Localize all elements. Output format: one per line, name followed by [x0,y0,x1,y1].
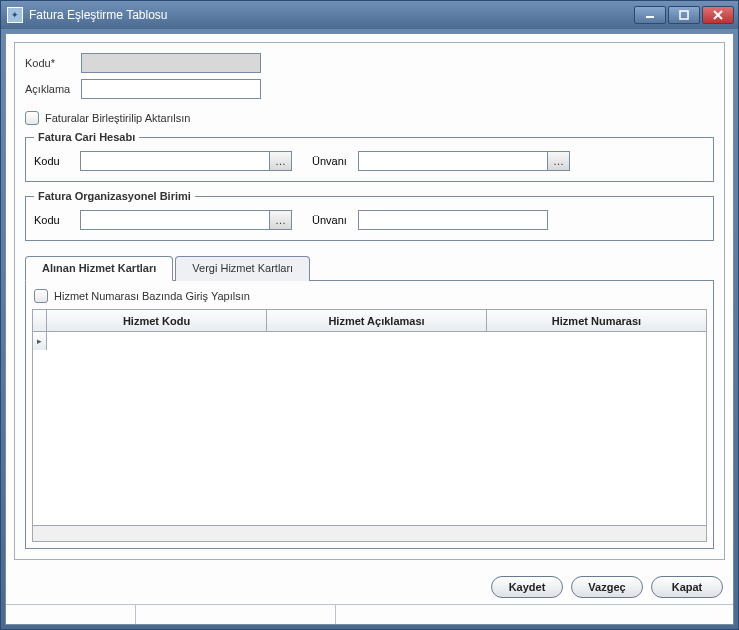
cari-kodu-lookup-button[interactable]: … [270,151,292,171]
window-title: Fatura Eşleştirme Tablosu [29,8,634,22]
grid-header: Hizmet Kodu Hizmet Açıklaması Hizmet Num… [33,310,706,332]
org-unvani-input[interactable] [358,210,548,230]
content-panel: Kodu* Açıklama Faturalar Birleştirilip A… [14,42,725,560]
service-grid[interactable]: Hizmet Kodu Hizmet Açıklaması Hizmet Num… [32,309,707,542]
col-service-code[interactable]: Hizmet Kodu [47,310,267,331]
org-fieldset: Fatura Organizasyonel Birimi Kodu … Ünva… [25,190,714,241]
grid-row-indicator[interactable]: ▸ [33,332,47,350]
tab-strip: Alınan Hizmet Kartları Vergi Hizmet Kart… [25,255,714,280]
aciklama-label: Açıklama [25,83,81,95]
org-unvani-label: Ünvanı [312,214,352,226]
merge-invoices-checkbox[interactable] [25,111,39,125]
tab-received-service-cards[interactable]: Alınan Hizmet Kartları [25,256,173,281]
grid-row-indicator-header [33,310,47,331]
org-kodu-lookup-button[interactable]: … [270,210,292,230]
minimize-button[interactable] [634,6,666,24]
client-area: Kodu* Açıklama Faturalar Birleştirilip A… [5,33,734,625]
tab-body: Hizmet Numarası Bazında Giriş Yapılsın H… [25,280,714,549]
cari-kodu-input[interactable] [80,151,270,171]
ellipsis-icon: … [275,155,286,167]
svg-rect-1 [680,11,688,19]
service-number-entry-checkbox[interactable] [34,289,48,303]
kodu-label: Kodu* [25,57,81,69]
grid-body[interactable]: ▸ [33,332,706,525]
service-number-entry-label: Hizmet Numarası Bazında Giriş Yapılsın [54,290,250,302]
cari-unvani-input[interactable] [358,151,548,171]
status-cell-2 [136,605,336,624]
org-kodu-label: Kodu [34,214,74,226]
save-button[interactable]: Kaydet [491,576,563,598]
window-controls [634,6,734,24]
cancel-button[interactable]: Vazgeç [571,576,643,598]
cari-kodu-label: Kodu [34,155,74,167]
col-service-number[interactable]: Hizmet Numarası [487,310,706,331]
statusbar [6,604,733,624]
app-icon: ✦ [7,7,23,23]
ellipsis-icon: … [553,155,564,167]
titlebar[interactable]: ✦ Fatura Eşleştirme Tablosu [1,1,738,29]
cari-unvani-label: Ünvanı [312,155,352,167]
button-bar: Kaydet Vazgeç Kapat [6,568,733,604]
col-service-description[interactable]: Hizmet Açıklaması [267,310,487,331]
tab-tax-service-cards[interactable]: Vergi Hizmet Kartları [175,256,310,281]
cari-fieldset: Fatura Cari Hesabı Kodu … Ünvanı … [25,131,714,182]
close-button[interactable]: Kapat [651,576,723,598]
org-kodu-input[interactable] [80,210,270,230]
grid-horizontal-scrollbar[interactable] [33,525,706,541]
close-window-button[interactable] [702,6,734,24]
org-legend: Fatura Organizasyonel Birimi [34,190,195,202]
status-cell-1 [6,605,136,624]
ellipsis-icon: … [275,214,286,226]
cari-legend: Fatura Cari Hesabı [34,131,139,143]
app-window: ✦ Fatura Eşleştirme Tablosu Kodu* Açıkla… [0,0,739,630]
aciklama-input[interactable] [81,79,261,99]
kodu-input[interactable] [81,53,261,73]
cari-unvani-lookup-button[interactable]: … [548,151,570,171]
maximize-button[interactable] [668,6,700,24]
merge-invoices-label: Faturalar Birleştirilip Aktarılsın [45,112,191,124]
